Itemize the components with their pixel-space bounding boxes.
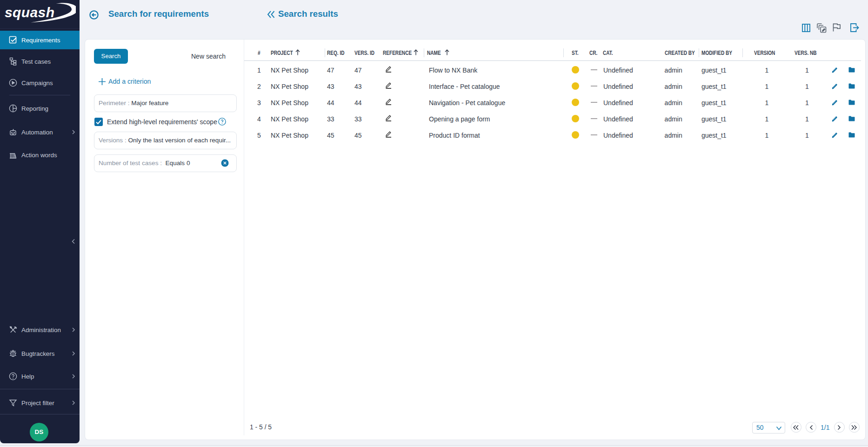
svg-text:squash: squash <box>5 5 54 20</box>
